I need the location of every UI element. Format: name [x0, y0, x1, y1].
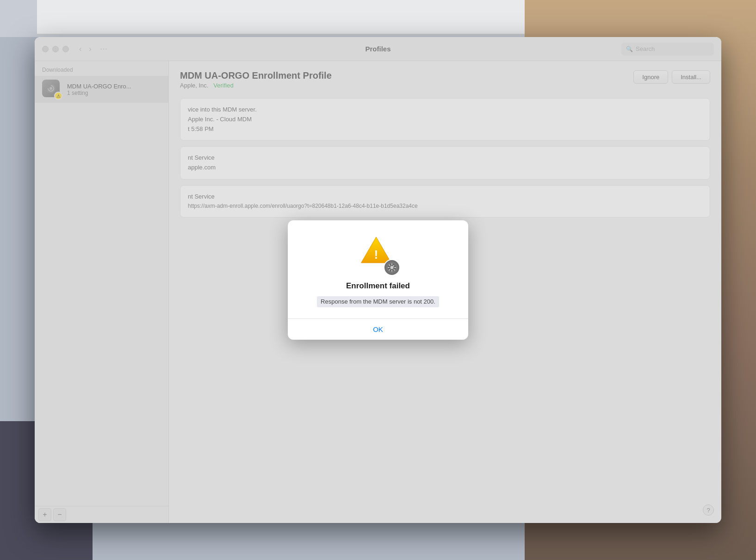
modal-footer: OK — [288, 318, 468, 340]
modal-body: ! Enrollment failed Response from the MD… — [288, 220, 468, 318]
ok-button[interactable]: OK — [288, 319, 468, 340]
macos-window: ‹ › ⋯ Profiles 🔍 Search Downloaded — [35, 37, 721, 523]
gear-icon — [384, 259, 400, 276]
modal-overlay: ! Enrollment failed Response from the MD… — [35, 37, 721, 523]
modal-title: Enrollment failed — [346, 281, 410, 291]
modal-icon: ! — [359, 235, 397, 272]
modal-dialog: ! Enrollment failed Response from the MD… — [288, 220, 468, 340]
svg-text:!: ! — [374, 248, 378, 261]
bg-whiteboard — [37, 0, 525, 35]
modal-message: Response from the MDM server is not 200. — [317, 296, 439, 307]
